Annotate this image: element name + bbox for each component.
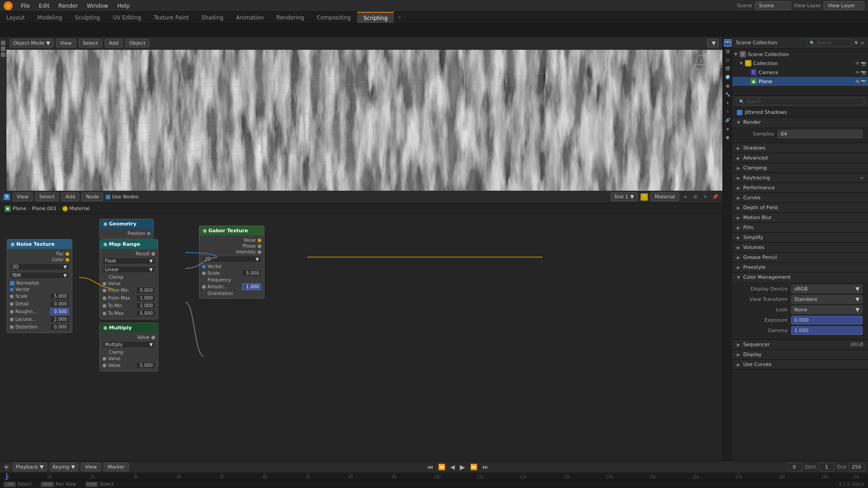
node-view-btn[interactable]: View <box>13 192 33 201</box>
timeline-marker-btn[interactable]: Marker <box>104 463 129 471</box>
constraints-properties-icon[interactable]: 🔗 <box>724 116 732 124</box>
outliner-camera[interactable]: C Camera 👁 📷 <box>732 68 868 77</box>
view-transform-dropdown[interactable]: Standard▼ <box>791 295 863 304</box>
multiply-value2-input[interactable]: 5.000 <box>136 362 155 369</box>
render-section-header[interactable]: ▼ Render <box>732 117 868 127</box>
map-range-tomax-value[interactable]: 5.000 <box>136 310 155 317</box>
map-range-tomin-value[interactable]: 2.000 <box>136 302 155 309</box>
tab-texture-paint[interactable]: Texture Paint <box>147 12 195 23</box>
tab-scripting[interactable]: Scripting <box>357 12 394 23</box>
shadows-section-header[interactable]: ▶ Shadows <box>732 143 868 153</box>
current-frame-input[interactable]: 0 <box>787 463 802 471</box>
menu-file[interactable]: File <box>16 1 34 10</box>
map-range-clamp-checkbox[interactable] <box>103 275 107 280</box>
scene-properties-icon[interactable]: 🎬 <box>724 65 732 73</box>
color-management-header[interactable]: ▼ Color Management <box>732 272 868 282</box>
display-device-dropdown[interactable]: sRGB▼ <box>791 285 863 293</box>
gamma-value[interactable]: 1.000 <box>791 326 863 335</box>
noise-2d-dropdown[interactable]: 2D▼ <box>10 263 69 270</box>
exposure-value[interactable]: 0.000 <box>791 316 863 324</box>
timeline-options-icon[interactable]: ▶ <box>4 464 10 470</box>
curves-section-header[interactable]: ▶ Curves <box>732 193 868 202</box>
outliner-plane[interactable]: ▣ Plane 👁 📷 <box>732 77 868 86</box>
scene-selector[interactable]: Scene <box>755 1 791 10</box>
physics-properties-icon[interactable]: ⚡ <box>724 108 732 116</box>
film-section-header[interactable]: ▶ Film <box>732 223 868 232</box>
noise-fbm-dropdown[interactable]: fBM▼ <box>10 272 69 279</box>
menu-help[interactable]: Help <box>113 1 134 10</box>
camera-render-icon[interactable]: 📷 <box>861 70 866 75</box>
render-properties-icon[interactable]: 📷 <box>724 39 732 47</box>
volumes-section-header[interactable]: ▶ Volumes <box>732 243 868 252</box>
map-range-linear-dropdown[interactable]: Linear▼ <box>103 266 155 273</box>
tab-compositing[interactable]: Compositing <box>311 12 357 23</box>
dof-section-header[interactable]: ▶ Depth of Field <box>732 203 868 212</box>
collection-render-icon[interactable]: 📷 <box>861 61 866 66</box>
grease-pencil-section-header[interactable]: ▶ Grease Pencil <box>732 253 868 262</box>
noise-lacunarity-value[interactable]: 2.000 <box>50 316 69 323</box>
look-dropdown[interactable]: None▼ <box>791 305 863 314</box>
world-properties-icon[interactable]: 🌍 <box>724 73 732 81</box>
modifier-properties-icon[interactable]: 🔧 <box>724 90 732 99</box>
gabor-anisotropy-value[interactable]: 1.000 <box>242 283 261 290</box>
outliner-options-icon[interactable]: ≡ <box>861 40 864 45</box>
view-layer-properties-icon[interactable]: 🗂 <box>724 56 732 64</box>
use-nodes-toggle[interactable]: Use Nodes <box>106 194 139 200</box>
gabor-2d-dropdown[interactable]: 2D▼ <box>202 256 261 263</box>
outliner-scene-collection[interactable]: ▼ S Scene Collection <box>732 50 868 59</box>
particles-properties-icon[interactable]: ✦ <box>724 99 732 107</box>
prev-frame-btn[interactable]: ⏪ <box>436 463 447 471</box>
next-frame-btn[interactable]: ⏩ <box>468 463 479 471</box>
outliner-collection[interactable]: ▼ C Collection 👁 📷 <box>732 59 868 68</box>
jittered-shadows-checkbox[interactable] <box>737 110 742 115</box>
tab-shading[interactable]: Shading <box>195 12 230 23</box>
node-node-btn[interactable]: Node <box>82 192 103 201</box>
nav-cube[interactable]: Y X Z <box>692 53 719 80</box>
timeline-view-btn[interactable]: View <box>81 463 101 471</box>
raytracing-list-icon[interactable]: ≡ <box>860 176 863 180</box>
object-btn[interactable]: Object <box>125 39 150 47</box>
material-browse-btn[interactable]: ≡ <box>682 193 689 201</box>
advanced-section-header[interactable]: ▶ Advanced <box>732 153 868 163</box>
gabor-scale-value[interactable]: 5.000 <box>242 270 261 277</box>
material-pin-btn[interactable]: 📌 <box>712 193 719 201</box>
multiply-clamp-checkbox[interactable] <box>103 350 107 355</box>
material-close-btn[interactable]: ✕ <box>702 193 709 201</box>
tab-uv-editing[interactable]: UV Editing <box>106 12 147 23</box>
tool-icon-2[interactable] <box>1 47 5 51</box>
tab-sculpting[interactable]: Sculpting <box>68 12 106 23</box>
tab-add[interactable]: + <box>394 13 405 22</box>
output-properties-icon[interactable]: 🖼 <box>724 47 732 56</box>
jump-start-btn[interactable]: ⏮ <box>425 463 435 471</box>
multiply-op-dropdown[interactable]: Multiply▼ <box>103 341 155 348</box>
tab-rendering[interactable]: Rendering <box>270 12 310 23</box>
outliner-filter-icon[interactable]: ▼ <box>854 40 858 45</box>
plane-eye-icon[interactable]: 👁 <box>855 79 860 84</box>
performance-section-header[interactable]: ▶ Performance <box>732 183 868 192</box>
tool-icon-1[interactable] <box>1 41 5 45</box>
map-range-float-dropdown[interactable]: Float▼ <box>103 258 155 264</box>
blender-logo[interactable] <box>4 1 13 10</box>
motionblur-section-header[interactable]: ▶ Motion Blur <box>732 213 868 222</box>
raytracing-section-header[interactable]: ▶ Raytracing ≡ <box>732 173 868 183</box>
play-reverse-btn[interactable]: ◀ <box>448 463 457 471</box>
material-name-btn[interactable]: Material <box>651 192 679 201</box>
sequencer-section-header[interactable]: ▶ Sequencer sRGB <box>732 340 868 349</box>
camera-eye-icon[interactable]: 👁 <box>855 70 860 75</box>
menu-edit[interactable]: Edit <box>34 1 54 10</box>
noise-normalize-checkbox[interactable] <box>10 281 14 286</box>
map-range-frommin-value[interactable]: 0.000 <box>136 287 155 294</box>
playback-select[interactable]: Playback▼ <box>13 463 47 471</box>
data-properties-icon[interactable]: ◈ <box>724 125 732 133</box>
node-add-btn[interactable]: Add <box>61 192 79 201</box>
menu-render[interactable]: Render <box>54 1 82 10</box>
start-frame-input[interactable]: 1 <box>819 463 835 471</box>
plane-render-icon[interactable]: 📷 <box>861 79 866 84</box>
tab-animation[interactable]: Animation <box>230 12 270 23</box>
select-btn[interactable]: Select <box>79 39 102 47</box>
tab-modeling[interactable]: Modeling <box>31 12 69 23</box>
menu-window[interactable]: Window <box>82 1 113 10</box>
object-properties-icon[interactable]: ▣ <box>724 82 732 90</box>
material-copy-btn[interactable]: ⊞ <box>692 193 699 201</box>
use-curves-section-header[interactable]: ▶ Use Curves <box>732 360 868 369</box>
